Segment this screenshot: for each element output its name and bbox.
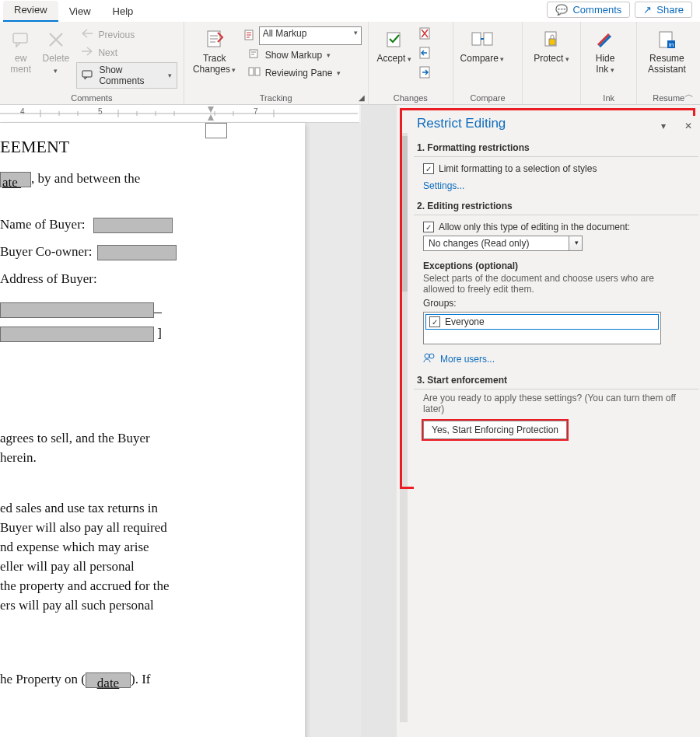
ribbon-group-tracking: Track Changes All Markup Show Markup bbox=[184, 22, 369, 104]
group-label-ink: Ink bbox=[587, 93, 630, 104]
allow-editing-checkbox[interactable]: ✓ Allow only this type of editing in the… bbox=[423, 222, 692, 232]
group-label-changes: Changes bbox=[375, 93, 446, 104]
show-markup-label: Show Markup bbox=[265, 50, 322, 61]
field-date-1[interactable]: ate bbox=[0, 172, 31, 187]
share-icon: ↗ bbox=[643, 5, 652, 15]
protect-button[interactable]: Protect bbox=[529, 25, 574, 65]
doc-p3d: eller will pay all personal bbox=[0, 557, 305, 576]
svg-rect-0 bbox=[13, 33, 27, 43]
svg-rect-11 bbox=[472, 33, 481, 45]
workspace: 4 5 7 bbox=[0, 105, 700, 737]
users-icon bbox=[423, 352, 436, 365]
new-comment-button[interactable]: ew ment bbox=[6, 25, 35, 75]
accept-icon bbox=[384, 26, 404, 53]
tab-view[interactable]: View bbox=[58, 2, 102, 22]
more-users-link[interactable]: More users... bbox=[423, 352, 692, 365]
restrict-editing-pane: Restrict Editing ▾ ✕ 1. Formatting restr… bbox=[414, 116, 698, 737]
doc-p3f: ers will pay all such personal bbox=[0, 596, 305, 615]
doc-p3a: ed sales and use tax returns in bbox=[0, 498, 305, 518]
svg-marker-30 bbox=[208, 114, 214, 121]
editing-type-select[interactable]: No changes (Read only) ▾ bbox=[423, 236, 569, 251]
doc-buyer-addr-line: Address of Buyer: bbox=[0, 269, 305, 288]
svg-rect-1 bbox=[82, 71, 92, 77]
exceptions-heading: Exceptions (optional) bbox=[423, 260, 692, 271]
tracking-dialog-launcher[interactable]: ◢ bbox=[359, 93, 365, 102]
sidepane-container: Restrict Editing ▾ ✕ 1. Formatting restr… bbox=[397, 105, 700, 737]
document-page[interactable]: EEMENT ate , by and between the Name of … bbox=[0, 123, 305, 737]
doc-p3c: nd expense which may arise bbox=[0, 537, 305, 557]
ribbon-tabbar: Review View Help 💬 Comments ↗ Share bbox=[0, 0, 700, 22]
formatting-settings-link[interactable]: Settings... bbox=[423, 177, 464, 196]
doc-p3e: the property and accrued for the bbox=[0, 576, 305, 596]
section-enforcement: 3. Start enforcement bbox=[414, 370, 698, 389]
hide-ink-label: Hide Ink bbox=[596, 53, 615, 75]
compare-button[interactable]: Compare bbox=[460, 25, 505, 65]
next-change-icon[interactable] bbox=[418, 65, 434, 82]
hide-ink-button[interactable]: Hide Ink bbox=[587, 25, 623, 75]
track-changes-icon bbox=[204, 26, 226, 53]
document-column: 4 5 7 bbox=[0, 105, 361, 737]
svg-marker-29 bbox=[208, 107, 214, 113]
show-markup-button[interactable]: Show Markup bbox=[243, 47, 362, 63]
svg-rect-4 bbox=[250, 50, 257, 58]
accept-button[interactable]: Accept bbox=[375, 25, 414, 65]
previous-comment-button[interactable]: Previous bbox=[76, 26, 177, 43]
ribbon-group-changes: Accept Changes bbox=[369, 22, 453, 104]
svg-rect-6 bbox=[255, 68, 260, 75]
next-comment-button[interactable]: Next bbox=[76, 44, 177, 61]
gap-column bbox=[361, 105, 397, 737]
doc-p4: he Property on (date). If bbox=[0, 669, 305, 689]
markup-doc-icon bbox=[243, 29, 256, 44]
delete-comment-button[interactable]: Delete bbox=[40, 25, 72, 76]
groups-list: ✓ Everyone bbox=[423, 312, 661, 344]
track-changes-label: Track Changes bbox=[193, 53, 236, 75]
more-users-label: More users... bbox=[440, 354, 495, 365]
group-label-compare: Compare bbox=[460, 93, 516, 104]
pane-options-icon[interactable]: ▾ bbox=[661, 121, 666, 131]
next-label: Next bbox=[98, 47, 117, 58]
track-changes-button[interactable]: Track Changes bbox=[191, 25, 239, 75]
show-comments-button[interactable]: Show Comments bbox=[76, 62, 177, 89]
svg-rect-12 bbox=[484, 33, 492, 45]
pane-close-icon[interactable]: ✕ bbox=[684, 121, 692, 131]
ribbon-group-comments: ew ment Delete Previous bbox=[0, 22, 184, 104]
tab-help[interactable]: Help bbox=[102, 2, 145, 22]
doc-buyer-name-line: Name of Buyer: bbox=[0, 215, 305, 234]
doc-p3b: Buyer will also pay all required bbox=[0, 518, 305, 537]
prev-change-icon[interactable] bbox=[418, 46, 434, 62]
doc-buyer-co-line: Buyer Co-owner: bbox=[0, 242, 305, 261]
compare-label: Compare bbox=[460, 53, 505, 65]
field-addr-1[interactable] bbox=[0, 302, 154, 318]
comments-button[interactable]: 💬 Comments bbox=[547, 2, 630, 18]
tab-review[interactable]: Review bbox=[3, 1, 58, 22]
group-label-protect bbox=[529, 93, 574, 104]
start-enforcing-button[interactable]: Yes, Start Enforcing Protection bbox=[423, 421, 567, 439]
svg-rect-14 bbox=[549, 39, 555, 45]
ribbon-collapse-button[interactable]: ︿ bbox=[684, 88, 694, 101]
group-label-tracking: Tracking bbox=[191, 93, 362, 104]
share-button[interactable]: ↗ Share bbox=[635, 2, 692, 18]
doc-title-fragment: EEMENT bbox=[0, 137, 305, 156]
label-buyer-name: Name of Buyer: bbox=[0, 217, 86, 232]
checkbox-icon: ✓ bbox=[423, 222, 434, 232]
resume-assistant-button[interactable]: in Resume Assistant bbox=[643, 25, 690, 75]
ribbon-group-protect: Protect bbox=[523, 22, 581, 104]
reject-icon[interactable] bbox=[418, 26, 434, 43]
reviewing-pane-label: Reviewing Pane bbox=[265, 68, 333, 79]
checkbox-icon: ✓ bbox=[429, 316, 440, 327]
field-buyer-name[interactable] bbox=[93, 218, 173, 233]
group-everyone-row[interactable]: ✓ Everyone bbox=[425, 314, 659, 330]
editing-type-value: No changes (Read only) bbox=[429, 238, 529, 249]
group-label-comments: Comments bbox=[6, 93, 177, 104]
delete-label: Delete bbox=[40, 53, 72, 76]
reviewing-pane-button[interactable]: Reviewing Pane bbox=[243, 65, 362, 81]
comments-label: Comments bbox=[572, 4, 621, 16]
field-date-2[interactable]: date bbox=[86, 672, 131, 688]
markup-mode-select[interactable]: All Markup bbox=[259, 26, 362, 45]
field-buyer-co[interactable] bbox=[97, 245, 177, 260]
horizontal-ruler[interactable]: 4 5 7 bbox=[0, 105, 359, 123]
field-addr-2[interactable] bbox=[0, 327, 154, 342]
limit-formatting-checkbox[interactable]: ✓ Limit formatting to a selection of sty… bbox=[423, 163, 692, 174]
svg-rect-7 bbox=[387, 33, 400, 47]
limit-formatting-label: Limit formatting to a selection of style… bbox=[439, 163, 597, 174]
